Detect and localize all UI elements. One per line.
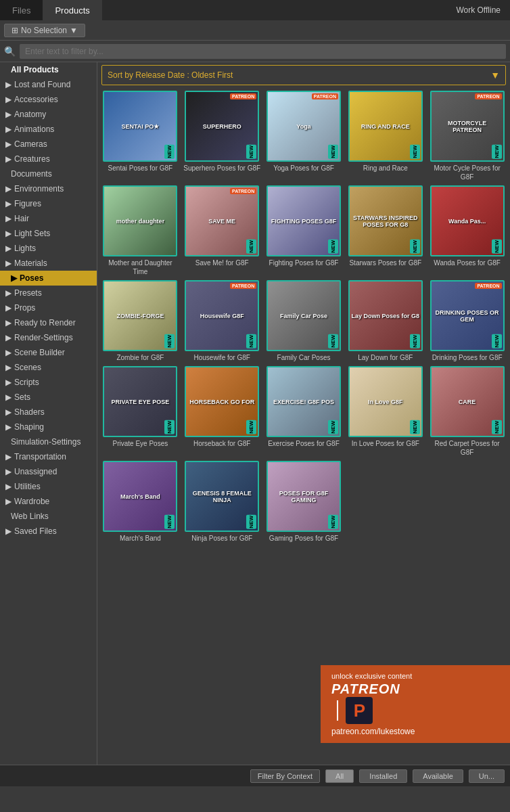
sidebar-item-render-settings[interactable]: ▶ Render-Settings	[0, 330, 97, 345]
main-layout: All Products ▶ Lost and Found ▶ Accessor…	[0, 62, 510, 765]
list-item[interactable]: SENTAI PO★ NEW Sentai Poses for G8F	[101, 91, 179, 181]
sort-bar[interactable]: Sort by Release Date : Oldest First ▼	[101, 65, 506, 85]
sidebar-item-creatures[interactable]: ▶ Creatures	[0, 152, 97, 166]
sidebar-item-wardrobe[interactable]: ▶ Wardrobe	[0, 494, 97, 509]
sidebar-item-shaping[interactable]: ▶ Shaping	[0, 420, 97, 434]
product-thumbnail: FIGHTING POSES G8F NEW	[266, 185, 341, 256]
sidebar-item-anatomy[interactable]: ▶ Anatomy	[0, 107, 97, 122]
list-item[interactable]: March's Band NEW March's Band	[101, 461, 179, 543]
sidebar-item-props[interactable]: ▶ Props	[0, 300, 97, 315]
list-item[interactable]: mother daughter Mother and Daughter Time	[101, 185, 179, 276]
sidebar-item-documents[interactable]: Documents	[0, 166, 97, 181]
selection-bar: ⊞ No Selection ▼	[0, 20, 510, 41]
product-label: Wanda Poses for G8F	[434, 258, 501, 267]
arrow-icon: ▶	[5, 407, 11, 417]
sidebar-item-unassigned[interactable]: ▶ Unassigned	[0, 464, 97, 479]
list-item[interactable]: ZOMBIE-FORGE NEW Zombie for G8F	[101, 280, 179, 362]
list-item[interactable]: STARWARS INSPIRED POSES FOR G8 NEW Starw…	[346, 185, 424, 276]
sidebar-item-hair[interactable]: ▶ Hair	[0, 211, 97, 226]
list-item[interactable]: EXERCISE! G8F POS NEW Exercise Poses for…	[265, 366, 343, 457]
list-item[interactable]: In Love G8F NEW In Love Poses for G8F	[346, 366, 424, 457]
product-thumbnail: Lay Down Poses for G8 NEW	[348, 280, 423, 351]
product-thumbnail: STARWARS INSPIRED POSES FOR G8 NEW	[348, 185, 423, 256]
sidebar-item-saved-files[interactable]: ▶ Saved Files	[0, 524, 97, 539]
sidebar-item-figures[interactable]: ▶ Figures	[0, 196, 97, 211]
tab-installed-button[interactable]: Installed	[359, 769, 407, 783]
list-item[interactable]: POSES FOR G8F GAMING NEW Gaming Poses fo…	[265, 461, 343, 543]
list-item[interactable]: SUPERHERO PATREON NEW Superhero Poses fo…	[183, 91, 261, 181]
patreon-name: PATREON	[331, 681, 499, 697]
filter-by-context-button[interactable]: Filter By Context	[250, 769, 320, 783]
sidebar-item-lost-found[interactable]: ▶ Lost and Found	[0, 77, 97, 92]
list-item[interactable]: Lay Down Poses for G8 NEW Lay Down for G…	[346, 280, 424, 362]
product-thumbnail: GENESIS 8 FEMALE NINJA NEW	[185, 461, 259, 532]
sidebar-item-ready-to-render[interactable]: ▶ Ready to Render	[0, 315, 97, 330]
sidebar-item-utilities[interactable]: ▶ Utilities	[0, 479, 97, 494]
sidebar-item-cameras[interactable]: ▶ Cameras	[0, 137, 97, 152]
product-thumbnail: RING AND RACE NEW	[348, 91, 423, 162]
list-item[interactable]: Yoga PATREON NEW Yoga Poses for G8F	[265, 91, 343, 181]
sidebar-item-poses[interactable]: ▶ Poses	[0, 271, 97, 286]
sidebar-item-lights[interactable]: ▶ Lights	[0, 241, 97, 256]
product-label: Starwars Poses for G8F	[349, 258, 421, 267]
sidebar-item-sets[interactable]: ▶ Sets	[0, 390, 97, 405]
list-item[interactable]: Housewife G8F PATREON NEW Housewife for …	[183, 280, 261, 362]
arrow-icon: ▶	[5, 497, 11, 506]
sidebar-item-presets[interactable]: ▶ Presets	[0, 286, 97, 300]
tab-files[interactable]: Files	[0, 0, 43, 20]
arrow-icon: ▶	[5, 95, 11, 104]
sidebar-item-scripts[interactable]: ▶ Scripts	[0, 375, 97, 390]
list-item[interactable]: FIGHTING POSES G8F NEW Fighting Poses fo…	[265, 185, 343, 276]
sidebar-item-scene-builder[interactable]: ▶ Scene Builder	[0, 345, 97, 360]
arrow-icon: ▶	[5, 378, 11, 387]
list-item[interactable]: RING AND RACE NEW Ring and Race	[346, 91, 424, 181]
product-thumbnail: SAVE ME PATREON NEW	[185, 185, 259, 256]
sidebar-item-shaders[interactable]: ▶ Shaders	[0, 405, 97, 420]
search-input[interactable]	[20, 44, 506, 59]
arrow-icon: ▶	[5, 452, 11, 461]
tab-un-button[interactable]: Un...	[469, 769, 505, 783]
product-label: Red Carpet Poses for G8F	[428, 439, 506, 457]
sidebar-item-materials[interactable]: ▶ Materials	[0, 256, 97, 271]
product-label: Lay Down for G8F	[358, 353, 413, 362]
product-thumbnail: SENTAI PO★ NEW	[103, 91, 177, 162]
product-label: Family Car Poses	[277, 353, 331, 362]
list-item[interactable]: SAVE ME PATREON NEW Save Me! for G8F	[183, 185, 261, 276]
sidebar-item-scenes[interactable]: ▶ Scenes	[0, 360, 97, 375]
arrow-icon: ▶	[5, 139, 11, 149]
list-item[interactable]: CARE NEW Red Carpet Poses for G8F	[428, 366, 506, 457]
sidebar-item-web-links[interactable]: Web Links	[0, 509, 97, 524]
list-item[interactable]: Wanda Pas... NEW Wanda Poses for G8F	[428, 185, 506, 276]
sidebar-item-all-products[interactable]: All Products	[0, 62, 97, 77]
list-item[interactable]: MOTORCYLE PATREON PATREON NEW Motor Cycl…	[428, 91, 506, 181]
patreon-unlock-text: unlock exclusive content	[331, 672, 499, 680]
arrow-icon: ▶	[5, 288, 11, 298]
sidebar-item-simulation-settings[interactable]: Simulation-Settings	[0, 434, 97, 449]
sidebar-item-transportation[interactable]: ▶ Transportation	[0, 449, 97, 464]
product-label: Gaming Poses for G8F	[269, 534, 338, 543]
tab-products[interactable]: Products	[43, 0, 101, 20]
list-item[interactable]: HORSEBACK GO FOR NEW Horseback for G8F	[183, 366, 261, 457]
list-item[interactable]: PRIVATE EYE POSE NEW Private Eye Poses	[101, 366, 179, 457]
patreon-overlay[interactable]: unlock exclusive content PATREON P patre…	[321, 665, 510, 743]
arrow-icon: ▶	[5, 184, 11, 194]
arrow-icon: ▶	[5, 110, 11, 119]
work-offline-button[interactable]: Work Offline	[446, 5, 510, 15]
list-item[interactable]: DRINKING POSES OR GEM PATREON NEW Drinki…	[428, 280, 506, 362]
product-label: Fighting Poses for G8F	[269, 258, 339, 267]
product-grid: SENTAI PO★ NEW Sentai Poses for G8F SUPE…	[101, 91, 506, 543]
tab-all-button[interactable]: All	[325, 769, 354, 783]
sidebar-item-environments[interactable]: ▶ Environments	[0, 181, 97, 196]
selection-label: No Selection	[21, 26, 67, 35]
product-thumbnail: Housewife G8F PATREON NEW	[185, 280, 259, 351]
sidebar-item-animations[interactable]: ▶ Animations	[0, 122, 97, 137]
sidebar-item-accessories[interactable]: ▶ Accessories	[0, 92, 97, 107]
search-bar: 🔍	[0, 41, 510, 62]
selection-dropdown[interactable]: ⊞ No Selection ▼	[4, 24, 85, 37]
list-item[interactable]: GENESIS 8 FEMALE NINJA NEW Ninja Poses f…	[183, 461, 261, 543]
list-item[interactable]: Family Car Pose NEW Family Car Poses	[265, 280, 343, 362]
product-label: Private Eye Poses	[113, 439, 168, 448]
arrow-icon: ▶	[5, 258, 11, 268]
sidebar-item-light-sets[interactable]: ▶ Light Sets	[0, 226, 97, 241]
tab-available-button[interactable]: Available	[413, 769, 463, 783]
